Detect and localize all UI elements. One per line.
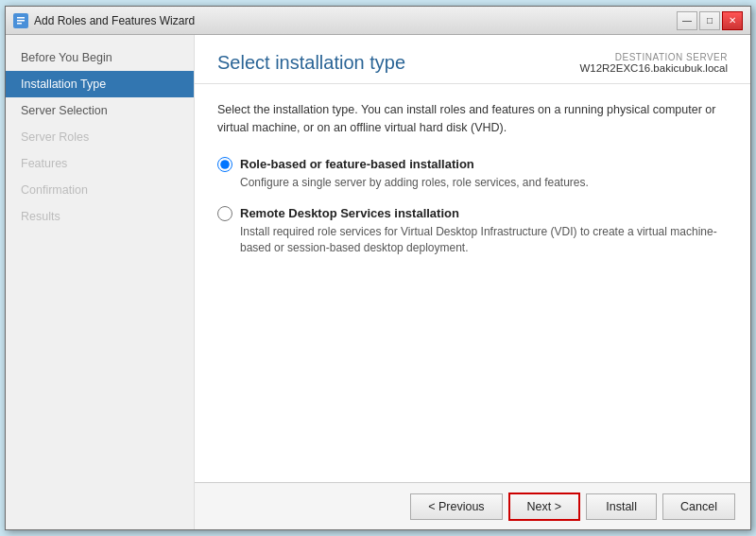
install-button[interactable]: Install <box>586 493 657 520</box>
title-bar-controls: — □ ✕ <box>677 11 743 30</box>
remote-desktop-radio[interactable] <box>217 206 232 221</box>
remote-desktop-label-row: Remote Desktop Services installation <box>217 205 728 221</box>
title-bar: Add Roles and Features Wizard — □ ✕ <box>6 7 750 35</box>
remote-desktop-option: Remote Desktop Services installation Ins… <box>217 205 728 256</box>
remote-desktop-title: Remote Desktop Services installation <box>240 206 459 220</box>
page-title: Select installation type <box>217 52 405 74</box>
previous-button[interactable]: < Previous <box>410 493 502 520</box>
role-based-description: Configure a single server by adding role… <box>240 175 728 191</box>
sidebar-item-before-you-begin[interactable]: Before You Begin <box>6 44 194 71</box>
cancel-button[interactable]: Cancel <box>662 493 735 520</box>
content-area: Before You BeginInstallation TypeServer … <box>6 35 750 529</box>
svg-rect-1 <box>17 17 25 19</box>
installation-type-options: Role-based or feature-based installation… <box>217 156 728 256</box>
remote-desktop-description: Install required role services for Virtu… <box>240 224 728 256</box>
sidebar-item-confirmation: Confirmation <box>6 177 194 203</box>
main-header: Select installation type DESTINATION SER… <box>195 35 750 84</box>
sidebar-item-results: Results <box>6 203 194 230</box>
main-panel: Select installation type DESTINATION SER… <box>195 35 750 529</box>
destination-server-name: W12R2EXC16.bakicubuk.local <box>579 62 728 74</box>
main-window: Add Roles and Features Wizard — □ ✕ Befo… <box>5 6 751 530</box>
minimize-button[interactable]: — <box>677 11 697 30</box>
close-button[interactable]: ✕ <box>722 11 743 30</box>
role-based-title: Role-based or feature-based installation <box>240 157 474 171</box>
destination-server-label: DESTINATION SERVER <box>579 52 728 62</box>
footer: < Previous Next > Install Cancel <box>195 482 750 529</box>
sidebar-item-features: Features <box>6 150 194 177</box>
next-button[interactable]: Next > <box>508 493 580 521</box>
sidebar-item-server-selection[interactable]: Server Selection <box>6 97 194 124</box>
description-text: Select the installation type. You can in… <box>217 101 728 137</box>
main-body-wrapper: Select the installation type. You can in… <box>195 84 750 482</box>
sidebar: Before You BeginInstallation TypeServer … <box>6 35 195 529</box>
wizard-icon <box>13 13 28 28</box>
role-based-label-row: Role-based or feature-based installation <box>217 156 728 172</box>
title-bar-left: Add Roles and Features Wizard <box>13 13 195 28</box>
svg-rect-2 <box>17 20 25 22</box>
window-title: Add Roles and Features Wizard <box>34 14 195 27</box>
restore-button[interactable]: □ <box>699 11 720 30</box>
svg-rect-3 <box>17 23 22 25</box>
sidebar-item-installation-type[interactable]: Installation Type <box>6 71 194 97</box>
role-based-option: Role-based or feature-based installation… <box>217 156 728 191</box>
sidebar-item-server-roles: Server Roles <box>6 124 194 150</box>
role-based-radio[interactable] <box>217 157 232 172</box>
main-body: Select the installation type. You can in… <box>195 84 750 482</box>
destination-server-info: DESTINATION SERVER W12R2EXC16.bakicubuk.… <box>579 52 728 74</box>
